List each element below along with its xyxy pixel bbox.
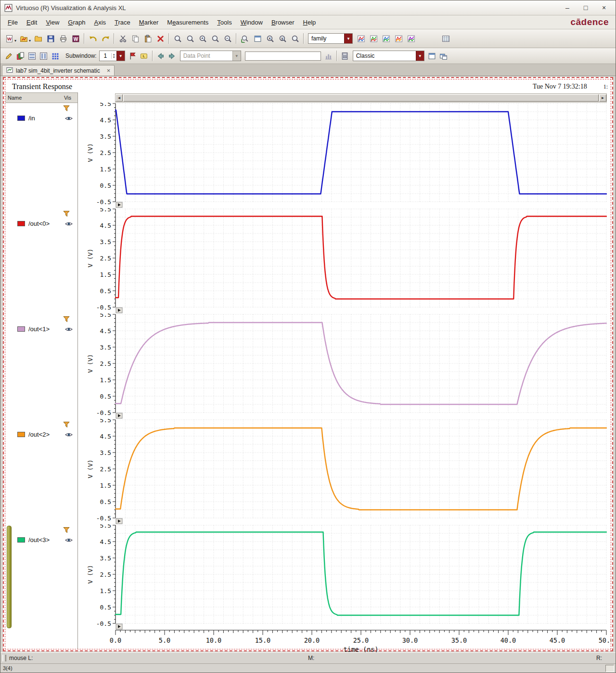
menu-measurements[interactable]: Measurements: [163, 17, 213, 28]
open-graph-icon[interactable]: [17, 32, 30, 45]
trace-name[interactable]: /out<0>: [28, 220, 62, 227]
visibility-eye-icon[interactable]: [65, 116, 73, 121]
zoom-inactive-icon[interactable]: [289, 32, 301, 45]
new-window-icon[interactable]: W: [3, 32, 15, 45]
edit-trace-icon[interactable]: [3, 51, 14, 62]
trace-color-swatch[interactable]: [17, 221, 25, 226]
waveform-strip-4[interactable]: 5.54.53.52.51.50.5-0.5V (V): [78, 524, 611, 630]
visibility-eye-icon[interactable]: [65, 432, 73, 438]
zoom-box-icon[interactable]: [209, 32, 221, 45]
dropdown-arrow-icon[interactable]: ▼: [344, 34, 352, 43]
waveform-strip-3[interactable]: 5.54.53.52.51.50.5-0.5V (V): [78, 419, 611, 524]
wavescan-icon[interactable]: W: [69, 32, 82, 45]
point-search-input[interactable]: [245, 52, 321, 61]
scroll-right-button[interactable]: ►: [599, 94, 606, 102]
next-zoom-icon[interactable]: [167, 51, 178, 62]
zoom-fit-icon[interactable]: [171, 32, 184, 45]
spinner-arrows-icon[interactable]: ▲▼: [111, 53, 116, 59]
new-subwindow-icon[interactable]: [380, 32, 392, 45]
visibility-eye-icon[interactable]: [65, 221, 73, 227]
swap-subwindow-icon[interactable]: [438, 51, 449, 62]
previous-zoom-icon[interactable]: [155, 51, 167, 62]
calculator-icon[interactable]: [339, 51, 351, 62]
histogram-icon[interactable]: [323, 51, 334, 62]
trace-filter-icon[interactable]: [63, 210, 70, 220]
vertical-strips-icon[interactable]: [38, 51, 49, 62]
undo-icon[interactable]: [87, 32, 99, 45]
trace-filter-icon[interactable]: [63, 315, 70, 325]
waveform-strip-2[interactable]: 5.54.53.52.51.50.5-0.5V (V): [78, 313, 611, 419]
zoom-window-icon[interactable]: [251, 32, 264, 45]
dropdown-arrow-icon[interactable]: ▼: [416, 51, 424, 61]
dropdown-arrow-icon[interactable]: ▼: [232, 51, 241, 61]
trace-color-swatch[interactable]: [17, 116, 25, 121]
delete-icon[interactable]: [154, 32, 167, 45]
redo-icon[interactable]: [99, 32, 112, 45]
add-marker-icon[interactable]: [127, 51, 139, 62]
horizontal-strips-icon[interactable]: [26, 51, 38, 62]
menu-tools[interactable]: Tools: [213, 17, 236, 28]
replace-plots-icon[interactable]: [367, 32, 380, 45]
copy-icon[interactable]: [129, 32, 141, 45]
strip-expand-button[interactable]: [116, 308, 122, 313]
menu-axis[interactable]: Axis: [90, 17, 110, 28]
zoom-x-icon[interactable]: x: [264, 32, 276, 45]
dropdown-arrow-icon[interactable]: ▼: [116, 51, 125, 61]
zoom-x-y-icon[interactable]: [239, 32, 251, 45]
menu-edit[interactable]: Edit: [22, 17, 41, 28]
table-view-icon[interactable]: [439, 32, 452, 45]
overlay-plots-icon[interactable]: [392, 32, 405, 45]
zoom-previous-icon[interactable]: [184, 32, 196, 45]
strip-expand-button[interactable]: [116, 413, 122, 418]
print-icon[interactable]: [57, 32, 69, 45]
tab-close-icon[interactable]: ×: [107, 67, 111, 74]
zoom-y-icon[interactable]: y: [276, 32, 289, 45]
zoom-out-icon[interactable]: −: [221, 32, 234, 45]
menu-window[interactable]: Window: [236, 17, 267, 28]
scrollbar-thumb[interactable]: [123, 94, 599, 102]
save-icon[interactable]: [44, 32, 57, 45]
trace-name[interactable]: /in: [28, 115, 62, 122]
strip-expand-button[interactable]: [116, 518, 122, 524]
datapoint-dropdown[interactable]: Data Point▼: [180, 51, 241, 61]
zoom-in-icon[interactable]: +: [196, 32, 209, 45]
trace-color-swatch[interactable]: [17, 432, 25, 437]
style-dropdown[interactable]: Classic▼: [353, 51, 424, 61]
strip-expand-button[interactable]: [116, 624, 122, 629]
trace-filter-icon[interactable]: [63, 104, 70, 114]
maximize-button[interactable]: □: [581, 4, 590, 12]
visibility-eye-icon[interactable]: [65, 537, 73, 543]
add-label-icon[interactable]: L: [139, 51, 150, 62]
paste-icon[interactable]: [141, 32, 154, 45]
trace-name[interactable]: /out<2>: [28, 431, 62, 438]
menu-help[interactable]: Help: [299, 17, 321, 28]
grid-layout-icon[interactable]: [49, 51, 61, 62]
menu-arrow-icon[interactable]: ▾: [14, 39, 16, 43]
scroll-left-button[interactable]: ◄: [116, 94, 123, 102]
graph-styles-icon[interactable]: [14, 51, 26, 62]
close-button[interactable]: ×: [599, 4, 609, 12]
trace-filter-icon[interactable]: [63, 421, 70, 430]
family-dropdown[interactable]: family▼: [308, 33, 353, 44]
strip-plots-icon[interactable]: [405, 32, 417, 45]
waveform-strip-0[interactable]: 5.54.53.52.51.50.5-0.5V (V): [78, 103, 611, 208]
menu-trace[interactable]: Trace: [110, 17, 135, 28]
trace-name[interactable]: /out<1>: [28, 325, 62, 333]
open-results-icon[interactable]: [32, 32, 44, 45]
trace-filter-icon[interactable]: [63, 526, 70, 536]
trace-color-swatch[interactable]: [17, 537, 25, 543]
visibility-eye-icon[interactable]: [65, 326, 73, 332]
cut-icon[interactable]: [116, 32, 129, 45]
menu-marker[interactable]: Marker: [135, 17, 163, 28]
menu-browser[interactable]: Browser: [267, 17, 299, 28]
tab-lab7-sim[interactable]: lab7 sim_4bit_inverter schematic ×: [2, 65, 115, 76]
subwindow-spinner[interactable]: 1▲▼▼: [99, 51, 125, 61]
append-plots-icon[interactable]: [355, 32, 367, 45]
copy-to-window-icon[interactable]: [426, 51, 438, 62]
trace-name[interactable]: /out<3>: [28, 536, 62, 544]
minimize-button[interactable]: –: [563, 4, 572, 12]
menu-arrow-icon[interactable]: ▾: [29, 39, 31, 43]
menu-view[interactable]: View: [41, 17, 64, 28]
strip-expand-button[interactable]: [116, 202, 122, 207]
menu-file[interactable]: File: [3, 17, 22, 28]
